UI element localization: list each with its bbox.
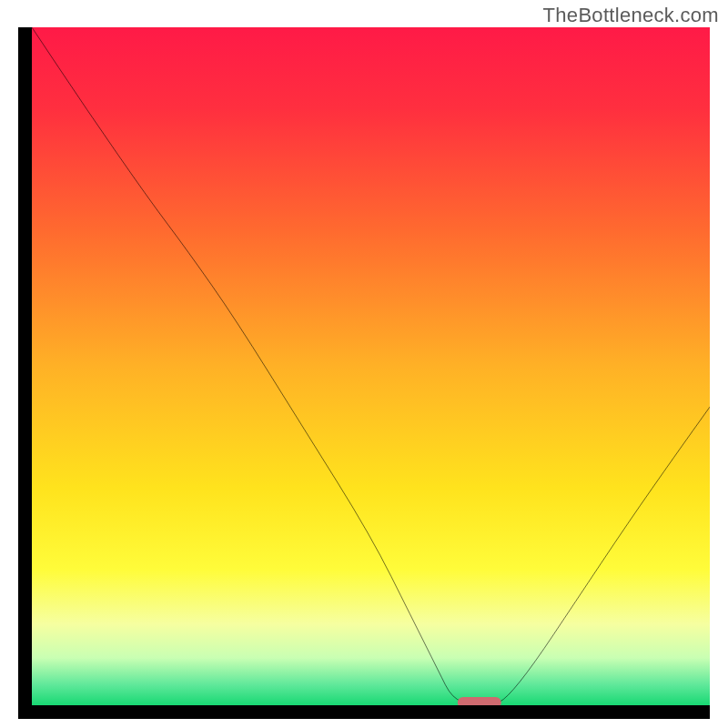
chart-stage: TheBottleneck.com (0, 0, 728, 728)
optimal-marker (457, 697, 500, 705)
plot-frame (18, 27, 710, 719)
plot-area (32, 27, 710, 705)
watermark-text: TheBottleneck.com (543, 4, 719, 27)
bottleneck-curve (32, 27, 710, 705)
